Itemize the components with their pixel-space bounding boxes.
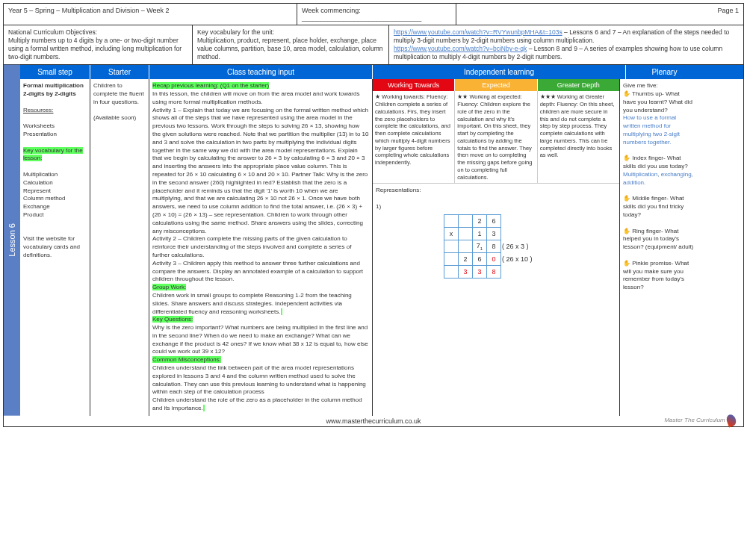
rep-num: 1) bbox=[376, 203, 381, 210]
info-row: National Curriculum Objectives:Multiply … bbox=[4, 25, 743, 65]
wt-header: Working Towards bbox=[373, 79, 455, 91]
col-independent: Independent learning bbox=[373, 65, 626, 79]
smallstep-cell: Formal multiplication 2-digits by 2-digi… bbox=[20, 79, 90, 416]
vocab: Key vocabulary for the unit:Multiplicati… bbox=[193, 25, 389, 64]
independent-cell: Working Towards Expected Greater Depth ★… bbox=[373, 79, 620, 416]
input-p1: In this lesson, the children will move o… bbox=[152, 90, 359, 105]
col-plenary: Plenary bbox=[626, 65, 703, 79]
ann1: ( 26 x 3 ) bbox=[501, 240, 548, 252]
column-headers: Small step Starter Class teaching input … bbox=[20, 65, 743, 79]
main-table: Lesson 6 Small step Starter Class teachi… bbox=[4, 65, 743, 416]
brand-logo: Master The Curriculum bbox=[664, 414, 736, 426]
diff-headers: Working Towards Expected Greater Depth bbox=[373, 79, 619, 91]
week-commencing: Week commencing: _______________________… bbox=[297, 4, 456, 25]
gd-header: Greater Depth bbox=[538, 79, 619, 91]
vocab-text: Multiplication, product, represent, plac… bbox=[197, 37, 383, 60]
misconceptions-text2: Children understand the role of the zero… bbox=[152, 396, 362, 411]
representations: Representations: 1) 26 x13 718( 26 x 3 )… bbox=[373, 183, 619, 284]
footer-url: www.masterthecurriculum.co.uk bbox=[326, 417, 421, 425]
title: Year 5 – Spring – Multiplication and Div… bbox=[4, 4, 297, 25]
res-worksheets: Worksheets bbox=[23, 122, 55, 129]
link1[interactable]: https://www.youtube.com/watch?v=RVYwunbp… bbox=[394, 28, 562, 36]
link2[interactable]: https://www.youtube.com/watch?v=bciNby-e… bbox=[394, 45, 527, 52]
footer: www.masterthecurriculum.co.uk Master The… bbox=[4, 416, 743, 426]
ann2: ( 26 x 10 ) bbox=[501, 252, 548, 265]
starter-cell: Children to complete the fluent in four … bbox=[90, 79, 149, 416]
plenary-cell: Give me five: ✋ Thumbs up- What have you… bbox=[620, 79, 697, 416]
keyq-text: Why is the zero important? What numbers … bbox=[152, 324, 368, 355]
key-vocab-label: Key vocabulary for the lesson: bbox=[23, 147, 83, 162]
flame-icon bbox=[725, 413, 738, 427]
res-presentation: Presentation bbox=[23, 131, 57, 137]
rep-label: Representations: bbox=[376, 187, 421, 193]
lesson-label: Lesson 6 bbox=[4, 65, 20, 416]
input-cell: Recap previous learning: (Q1 on the star… bbox=[149, 79, 373, 416]
input-p4: Activity 3 – Children apply this method … bbox=[152, 260, 363, 283]
page-number: Page 1 bbox=[480, 4, 743, 25]
col-input: Class teaching input bbox=[149, 65, 373, 79]
plenary-title: Give me five: bbox=[623, 82, 658, 89]
key-vocab-list: Multiplication Calculation Represent Col… bbox=[23, 171, 65, 218]
objectives-text: Multiply numbers up to 4 digits by a one… bbox=[8, 37, 182, 60]
plenary-p2: ✋ Index finger- What skills did you use … bbox=[623, 155, 688, 169]
vocab-label: Key vocabulary for the unit: bbox=[197, 28, 274, 36]
objectives-label: National Curriculum Objectives: bbox=[8, 28, 97, 36]
plenary-p4: ✋ Ring finger- What helped you in today'… bbox=[623, 228, 693, 251]
resource-links: https://www.youtube.com/watch?v=RVYwunbp… bbox=[389, 25, 743, 64]
diff-body: ★ Working towards: Fluency: Children com… bbox=[373, 91, 619, 183]
groupwork-text: Children work in small groups to complet… bbox=[152, 292, 352, 315]
plenary-p1: ✋ Thumbs up- What have you learnt? What … bbox=[623, 90, 692, 113]
keyq-label: Key Questions: bbox=[152, 316, 193, 323]
ex-text: ★★ Working at expected: Fluency: Childre… bbox=[455, 91, 537, 183]
smallstep-title: Formal multiplication 2-digits by 2-digi… bbox=[23, 82, 84, 97]
ex-header: Expected bbox=[455, 79, 537, 91]
plenary-p3: ✋ Middle finger- What skills did you fin… bbox=[623, 195, 684, 218]
body-row: Formal multiplication 2-digits by 2-digi… bbox=[20, 79, 743, 416]
plenary-p2b: Multiplication, exchanging, addition. bbox=[623, 171, 693, 186]
resources-label: Resources: bbox=[23, 107, 53, 113]
recap-label: Recap previous learning: (Q1 on the star… bbox=[152, 82, 269, 89]
input-p2: Activity 1 – Explain that today we are f… bbox=[152, 107, 369, 234]
gd-text: ★★★ Working at Greater depth: Fluency: O… bbox=[538, 91, 619, 183]
misconceptions-text: Children understand the link between par… bbox=[152, 364, 366, 395]
plenary-p5: ✋ Pinkie promise- What will you make sur… bbox=[623, 260, 689, 290]
col-starter: Starter bbox=[90, 65, 149, 79]
multiplication-grid: 26 x13 718( 26 x 3 ) 260( 26 x 10 ) 338 bbox=[444, 214, 548, 279]
lesson-plan-page: Year 5 – Spring – Multiplication and Div… bbox=[3, 3, 744, 427]
misconceptions-label: Common Misconceptions: bbox=[152, 356, 221, 363]
vocab-note: Visit the website for vocabulary cards a… bbox=[23, 235, 80, 258]
objectives: National Curriculum Objectives:Multiply … bbox=[4, 25, 193, 64]
input-p3: Activity 2 – Children complete the missi… bbox=[152, 235, 351, 258]
col-smallstep: Small step bbox=[20, 65, 90, 79]
brand-text: Master The Curriculum bbox=[664, 417, 725, 423]
starter-note: (Available soon) bbox=[93, 114, 136, 121]
groupwork-label: Group Work: bbox=[152, 284, 186, 290]
starter-text: Children to complete the fluent in four … bbox=[93, 82, 144, 105]
plenary-p1b: How to use a formal written method for m… bbox=[623, 114, 680, 145]
wt-text: ★ Working towards: Fluency: Children com… bbox=[373, 91, 455, 183]
header-row: Year 5 – Spring – Multiplication and Div… bbox=[4, 4, 743, 25]
